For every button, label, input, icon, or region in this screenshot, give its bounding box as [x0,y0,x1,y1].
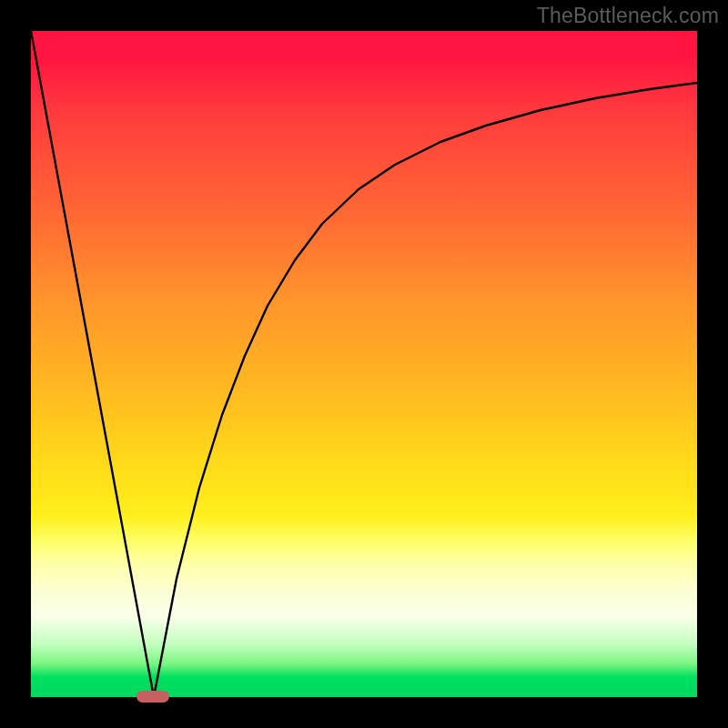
plot-area [31,31,697,697]
bottleneck-curve [31,31,697,697]
chart-frame: TheBottleneck.com [0,0,728,728]
curve-path [31,31,697,697]
watermark-text: TheBottleneck.com [537,4,719,28]
bottleneck-marker [136,691,169,703]
